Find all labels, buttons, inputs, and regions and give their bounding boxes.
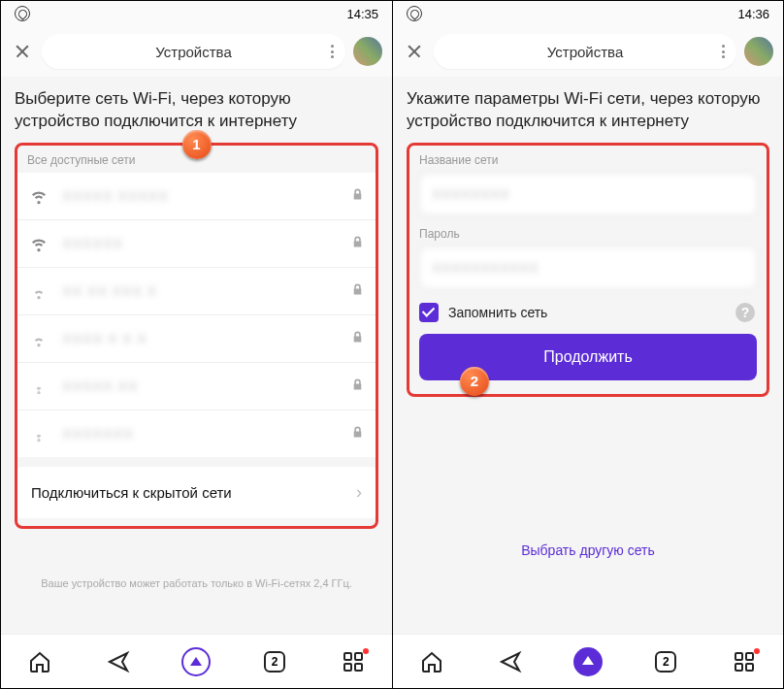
annotation-badge-1: 1	[182, 130, 212, 159]
clock: 14:35	[346, 7, 378, 21]
wifi-icon	[29, 234, 49, 253]
wifi-item[interactable]: XXXXXX	[17, 220, 376, 268]
svg-rect-6	[735, 664, 742, 671]
wifi-icon	[29, 281, 49, 301]
tabs-count: 2	[264, 651, 285, 673]
password-label: Пароль	[419, 227, 757, 241]
network-name-input[interactable]	[419, 173, 757, 215]
wifi-icon	[29, 377, 49, 396]
clock: 14:36	[737, 7, 769, 21]
more-icon[interactable]	[331, 45, 334, 58]
alice-icon	[573, 647, 603, 676]
page-title: Устройства	[155, 44, 231, 60]
notification-dot	[363, 648, 369, 654]
continue-label: Продолжить	[543, 348, 632, 365]
wifi-icon	[29, 186, 49, 206]
wifi-list: XXXXX XXXXX XXXXXX XX XX XXX X XXXX X X …	[17, 173, 376, 457]
svg-rect-0	[344, 653, 351, 660]
lock-icon	[351, 187, 364, 205]
bottom-nav: 2	[393, 634, 783, 688]
whatsapp-icon	[407, 6, 422, 21]
lock-icon	[351, 425, 364, 443]
bottom-nav: 2	[1, 634, 392, 688]
remember-checkbox[interactable]	[419, 303, 439, 322]
wifi-name: XXXXX XXXXX	[62, 187, 169, 204]
notification-dot	[754, 648, 760, 654]
hidden-network-label: Подключиться к скрытой сети	[31, 484, 232, 501]
nav-alice[interactable]	[569, 642, 607, 681]
header: Устройства	[393, 26, 783, 77]
remember-label: Запомнить сеть	[448, 305, 547, 320]
choose-another-link[interactable]: Выбрать другую сеть	[407, 542, 769, 558]
wifi-name: XXXX X X X	[62, 330, 147, 346]
lock-icon	[351, 235, 364, 252]
nav-home[interactable]	[20, 642, 59, 681]
wifi-name: XXXXXX	[62, 235, 123, 251]
wifi-item[interactable]: XXXX X X X	[17, 315, 376, 363]
content: Укажите параметры Wi-Fi сети, через кото…	[393, 77, 783, 634]
heading: Выберите сеть Wi-Fi, через которую устро…	[15, 88, 378, 133]
tabs-count: 2	[655, 651, 676, 673]
nav-tabs[interactable]: 2	[646, 642, 685, 681]
svg-rect-5	[746, 653, 753, 660]
password-input[interactable]	[419, 246, 757, 289]
wifi-item[interactable]: XXXXX XX	[17, 363, 376, 410]
status-bar: 14:36	[393, 1, 783, 26]
help-icon[interactable]: ?	[735, 303, 755, 322]
wifi-item[interactable]: XXXXX XXXXX	[17, 173, 376, 220]
wifi-name: XXXXX XX	[62, 377, 138, 394]
lock-icon	[351, 377, 364, 395]
avatar[interactable]	[353, 37, 382, 66]
nav-send[interactable]	[491, 642, 530, 681]
page-title: Устройства	[547, 44, 623, 60]
wifi-item[interactable]: XXXXXXX	[17, 410, 376, 457]
network-name-field: Название сети	[409, 151, 767, 225]
chevron-right-icon: ›	[356, 482, 362, 503]
phone-right: 14:36 Устройства Укажите параметры Wi-Fi…	[392, 1, 783, 688]
close-button[interactable]	[11, 40, 34, 63]
svg-rect-3	[355, 664, 362, 671]
whatsapp-icon	[15, 6, 30, 21]
nav-tabs[interactable]: 2	[255, 642, 294, 681]
nav-alice[interactable]	[177, 642, 215, 681]
lock-icon	[351, 282, 364, 300]
lock-icon	[351, 330, 364, 347]
remember-row: Запомнить сеть ?	[409, 299, 767, 334]
content: Выберите сеть Wi-Fi, через которую устро…	[1, 77, 392, 634]
title-pill[interactable]: Устройства	[434, 34, 736, 69]
more-icon[interactable]	[722, 45, 725, 58]
svg-rect-4	[735, 653, 742, 660]
highlight-area-2: Название сети Пароль Запомнить сеть ? Пр…	[407, 143, 769, 397]
wifi-name: XXXXXXX	[62, 425, 134, 442]
annotation-badge-2: 2	[460, 367, 489, 396]
svg-rect-1	[355, 653, 362, 660]
title-pill[interactable]: Устройства	[42, 34, 345, 69]
hidden-network-button[interactable]: Подключиться к скрытой сети ›	[17, 467, 376, 518]
wifi-icon	[29, 424, 49, 443]
nav-menu[interactable]	[725, 642, 764, 681]
wifi-item[interactable]: XX XX XXX X	[17, 268, 376, 315]
phone-left: 14:35 Устройства Выберите сеть Wi-Fi, че…	[1, 1, 392, 688]
footer-note: Ваше устройство может работать только в …	[15, 577, 378, 589]
nav-send[interactable]	[99, 642, 138, 681]
avatar[interactable]	[744, 37, 773, 66]
nav-menu[interactable]	[334, 642, 373, 681]
highlight-area-1: 1 Все доступные сети XXXXX XXXXX XXXXXX …	[15, 143, 378, 529]
heading: Укажите параметры Wi-Fi сети, через кото…	[407, 88, 769, 133]
wifi-icon	[29, 329, 49, 348]
header: Устройства	[1, 26, 392, 77]
svg-rect-7	[746, 664, 753, 671]
alice-icon	[181, 647, 211, 676]
nav-home[interactable]	[412, 642, 451, 681]
svg-rect-2	[344, 664, 351, 671]
status-bar: 14:35	[1, 1, 392, 26]
network-name-label: Название сети	[419, 153, 757, 167]
password-field: Пароль	[409, 225, 767, 299]
wifi-name: XX XX XXX X	[62, 282, 157, 299]
close-button[interactable]	[403, 40, 426, 63]
